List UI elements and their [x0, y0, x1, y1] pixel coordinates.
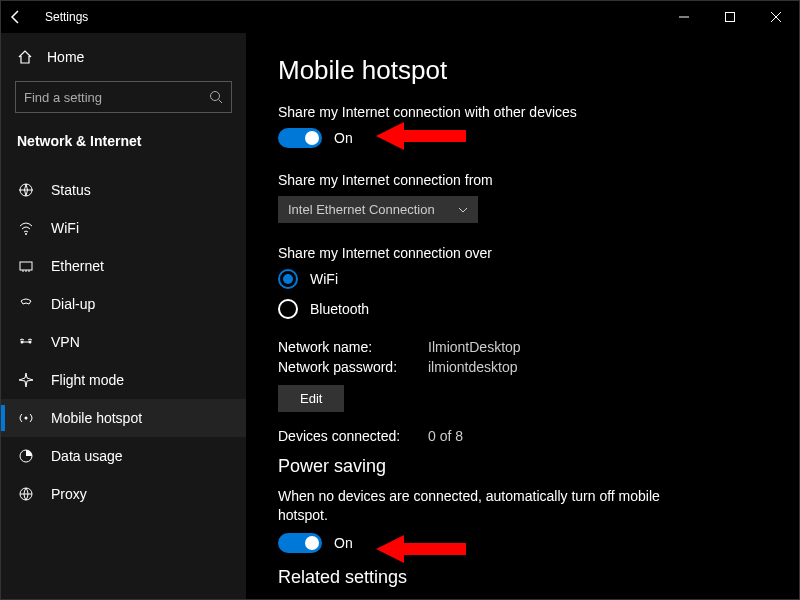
search-icon	[209, 90, 223, 104]
share-toggle-state: On	[334, 130, 353, 146]
devices-connected-label: Devices connected:	[278, 428, 428, 444]
share-toggle-row: On	[278, 128, 789, 148]
sidebar-home[interactable]: Home	[1, 41, 246, 73]
proxy-icon	[17, 485, 35, 503]
svg-point-11	[25, 417, 28, 420]
data-usage-icon	[17, 447, 35, 465]
annotation-arrow-2	[376, 531, 466, 567]
sidebar-item-vpn[interactable]: VPN	[1, 323, 246, 361]
radio-wifi-label: WiFi	[310, 271, 338, 287]
share-from-dropdown[interactable]: Intel Ethernet Connection	[278, 196, 478, 223]
status-icon	[17, 181, 35, 199]
network-password-row: Network password: ilmiontdesktop	[278, 359, 789, 375]
dialup-icon	[17, 295, 35, 313]
radio-bluetooth-row[interactable]: Bluetooth	[278, 299, 789, 319]
share-from-value: Intel Ethernet Connection	[288, 202, 435, 217]
nav-label: Mobile hotspot	[51, 410, 142, 426]
share-connection-label: Share my Internet connection with other …	[278, 104, 789, 120]
annotation-arrow-1	[376, 118, 466, 154]
svg-point-6	[25, 233, 27, 235]
power-saving-toggle[interactable]	[278, 533, 322, 553]
title-bar: Settings	[1, 1, 799, 33]
nav-label: Ethernet	[51, 258, 104, 274]
sidebar-item-data-usage[interactable]: Data usage	[1, 437, 246, 475]
search-placeholder: Find a setting	[24, 90, 102, 105]
sidebar-item-mobile-hotspot[interactable]: Mobile hotspot	[1, 399, 246, 437]
chevron-down-icon	[458, 205, 468, 215]
body: Home Find a setting Network & Internet S…	[1, 33, 799, 599]
search-input[interactable]: Find a setting	[15, 81, 232, 113]
sidebar-item-proxy[interactable]: Proxy	[1, 475, 246, 513]
power-saving-description: When no devices are connected, automatic…	[278, 487, 698, 525]
maximize-button[interactable]	[707, 1, 753, 33]
nav-label: Proxy	[51, 486, 87, 502]
svg-rect-7	[20, 262, 32, 270]
content-pane: Mobile hotspot Share my Internet connect…	[246, 33, 799, 599]
devices-connected-row: Devices connected: 0 of 8	[278, 428, 789, 444]
power-toggle-state: On	[334, 535, 353, 551]
sidebar-item-wifi[interactable]: WiFi	[1, 209, 246, 247]
settings-window: Settings Home Find a setting	[0, 0, 800, 600]
back-button[interactable]	[9, 10, 33, 24]
ethernet-icon	[17, 257, 35, 275]
network-password-label: Network password:	[278, 359, 428, 375]
home-icon	[17, 49, 33, 65]
nav-items: Status WiFi Ethernet Dial-up VPN	[1, 171, 246, 513]
sidebar: Home Find a setting Network & Internet S…	[1, 33, 246, 599]
devices-connected-value: 0 of 8	[428, 428, 463, 444]
svg-marker-15	[376, 122, 466, 150]
nav-label: Status	[51, 182, 91, 198]
nav-label: Dial-up	[51, 296, 95, 312]
hotspot-icon	[17, 409, 35, 427]
svg-marker-16	[376, 535, 466, 563]
radio-wifi[interactable]	[278, 269, 298, 289]
power-saving-heading: Power saving	[278, 456, 789, 477]
close-button[interactable]	[753, 1, 799, 33]
radio-bluetooth[interactable]	[278, 299, 298, 319]
network-password-value: ilmiontdesktop	[428, 359, 518, 375]
power-toggle-row: On	[278, 533, 789, 553]
minimize-button[interactable]	[661, 1, 707, 33]
window-title: Settings	[45, 10, 88, 24]
network-name-value: IlmiontDesktop	[428, 339, 521, 355]
share-connection-toggle[interactable]	[278, 128, 322, 148]
nav-label: WiFi	[51, 220, 79, 236]
svg-line-3	[219, 100, 223, 104]
wifi-icon	[17, 219, 35, 237]
airplane-icon	[17, 371, 35, 389]
svg-point-2	[211, 92, 220, 101]
share-from-label: Share my Internet connection from	[278, 172, 789, 188]
radio-wifi-row[interactable]: WiFi	[278, 269, 789, 289]
related-settings-heading: Related settings	[278, 567, 789, 588]
edit-button[interactable]: Edit	[278, 385, 344, 412]
nav-label: VPN	[51, 334, 80, 350]
vpn-icon	[17, 333, 35, 351]
nav-label: Data usage	[51, 448, 123, 464]
nav-label: Flight mode	[51, 372, 124, 388]
window-controls	[661, 1, 799, 33]
share-over-label: Share my Internet connection over	[278, 245, 789, 261]
sidebar-section-label: Network & Internet	[1, 127, 246, 161]
network-name-label: Network name:	[278, 339, 428, 355]
radio-bluetooth-label: Bluetooth	[310, 301, 369, 317]
sidebar-item-ethernet[interactable]: Ethernet	[1, 247, 246, 285]
svg-rect-1	[726, 13, 735, 22]
sidebar-item-status[interactable]: Status	[1, 171, 246, 209]
sidebar-home-label: Home	[47, 49, 84, 65]
sidebar-item-dialup[interactable]: Dial-up	[1, 285, 246, 323]
sidebar-item-flight-mode[interactable]: Flight mode	[1, 361, 246, 399]
network-name-row: Network name: IlmiontDesktop	[278, 339, 789, 355]
page-title: Mobile hotspot	[278, 55, 789, 86]
